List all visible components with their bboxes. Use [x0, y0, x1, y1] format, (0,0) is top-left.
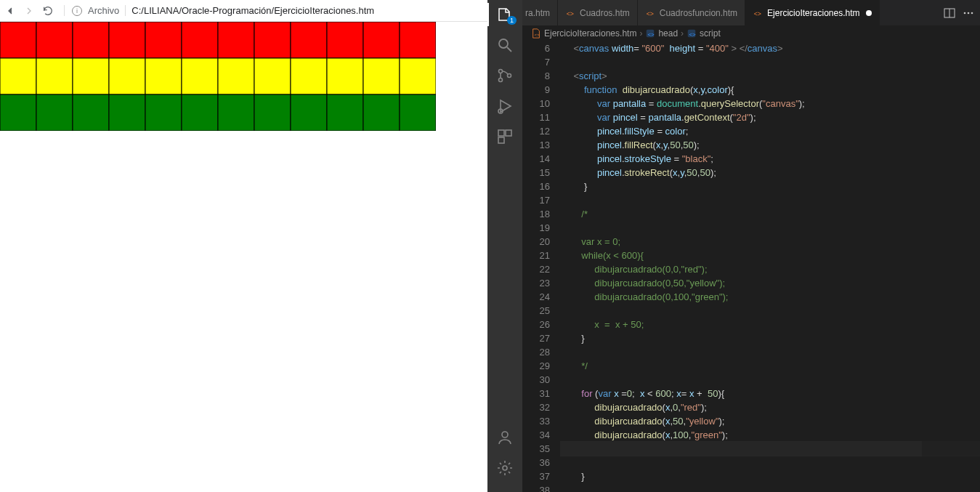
code-line[interactable] — [560, 483, 980, 492]
account-icon[interactable] — [496, 429, 514, 446]
svg-text:<>: <> — [534, 32, 540, 37]
reload-icon[interactable] — [42, 5, 54, 17]
svg-text:<>: <> — [648, 31, 655, 38]
code-line[interactable]: function dibujarcuadrado(x,y,color){ — [560, 83, 980, 97]
source-control-icon[interactable] — [496, 67, 514, 84]
svg-line-1 — [507, 47, 511, 52]
tab-label: EjercicioIteraciones.htm — [767, 8, 859, 18]
breadcrumb-script: script — [700, 28, 721, 39]
svg-point-10 — [503, 466, 507, 470]
vscode-window: 1 ra.htm<>Cuadros.htm<>Cuadrosf — [487, 0, 980, 492]
extensions-icon[interactable] — [496, 128, 514, 145]
code-line[interactable]: var pantalla = document.querySelector("c… — [560, 97, 980, 110]
code-line[interactable]: var x = 0; — [560, 235, 980, 249]
file-icon: <> — [531, 28, 541, 39]
tab-cuadros-htm[interactable]: <>Cuadros.htm — [558, 0, 638, 25]
browser-viewport — [0, 22, 487, 492]
code-line[interactable] — [560, 193, 980, 207]
forward-icon[interactable] — [23, 5, 35, 17]
tab-ra-htm[interactable]: ra.htm — [522, 0, 558, 25]
svg-point-3 — [499, 78, 503, 82]
symbol-icon: <> — [687, 28, 697, 39]
code-line[interactable] — [560, 456, 980, 469]
tab-actions — [938, 0, 980, 25]
vscode-main: 1 ra.htm<>Cuadros.htm<>Cuadrosf — [487, 0, 980, 492]
code-line[interactable]: x = x + 50; — [560, 318, 980, 331]
breadcrumb[interactable]: <> EjercicioIteraciones.htm › <> head › … — [522, 25, 980, 41]
minimap[interactable] — [922, 41, 980, 492]
more-actions-icon[interactable] — [963, 7, 974, 19]
output-canvas — [0, 22, 436, 131]
code-line[interactable]: <script> — [560, 69, 980, 83]
code-line[interactable]: */ — [560, 359, 980, 373]
back-icon[interactable] — [4, 5, 16, 17]
code-line[interactable]: for (var x =0; x < 600; x= x + 50){ — [560, 387, 980, 400]
svg-point-18 — [971, 12, 973, 14]
dirty-indicator-icon — [866, 10, 872, 16]
code-line[interactable] — [560, 345, 980, 359]
line-gutter: 6789101112131415161718192021222324252627… — [522, 41, 560, 492]
code-content[interactable]: <canvas width= "600" height = "400" > </… — [560, 41, 980, 492]
svg-point-17 — [968, 12, 970, 14]
code-line[interactable]: <canvas width= "600" height = "400" > </… — [560, 41, 980, 55]
code-line[interactable]: dibujarcuadrado(x,0,"red"); — [560, 400, 980, 414]
code-line[interactable] — [560, 304, 980, 318]
svg-text:<>: <> — [754, 9, 761, 17]
browser-panel: i Archivo C:/LILIANA/Oracle-Programación… — [0, 0, 487, 492]
code-line[interactable] — [560, 373, 980, 387]
code-line[interactable]: } — [560, 469, 980, 483]
svg-point-0 — [499, 39, 508, 48]
run-debug-icon[interactable] — [496, 97, 514, 115]
browser-toolbar: i Archivo C:/LILIANA/Oracle-Programación… — [0, 0, 487, 22]
code-line[interactable]: dibujarcuadrado(0,0,"red"); — [560, 262, 980, 276]
activity-bar: 1 — [487, 0, 522, 492]
code-line[interactable]: pincel.strokeStyle = "black"; — [560, 152, 980, 166]
symbol-icon: <> — [645, 28, 655, 39]
settings-icon[interactable] — [496, 459, 514, 477]
svg-point-4 — [508, 74, 511, 78]
tab-label: ra.htm — [525, 8, 550, 18]
code-line[interactable]: var pincel = pantalla.getContext("2d"); — [560, 110, 980, 124]
tab-cuadrosfuncion-htm[interactable]: <>Cuadrosfuncion.htm — [638, 0, 745, 25]
svg-point-2 — [499, 70, 503, 73]
info-icon[interactable]: i — [72, 6, 82, 16]
url-scheme-label: Archivo — [88, 5, 126, 16]
explorer-badge: 1 — [507, 16, 517, 25]
tab-ejercicioiteraciones-htm[interactable]: <>EjercicioIteraciones.htm — [745, 0, 879, 25]
code-line[interactable]: } — [560, 331, 980, 345]
code-line[interactable]: pincel.fillStyle = color; — [560, 124, 980, 138]
svg-text:<>: <> — [567, 9, 574, 17]
code-line[interactable]: /* — [560, 207, 980, 221]
file-icon: <> — [565, 8, 575, 18]
code-line[interactable]: dibujarcuadrado(x,100,"green"); — [560, 428, 980, 442]
tab-label: Cuadrosfuncion.htm — [660, 8, 737, 18]
code-line[interactable]: } — [560, 180, 980, 193]
explorer-icon[interactable]: 1 — [496, 6, 514, 23]
code-line[interactable]: while(x < 600){ — [560, 249, 980, 262]
search-icon[interactable] — [496, 36, 514, 54]
file-icon: <> — [753, 8, 763, 18]
split-editor-icon[interactable] — [944, 7, 955, 19]
svg-point-16 — [964, 12, 966, 14]
breadcrumb-file: EjercicioIteraciones.htm — [544, 28, 636, 39]
url-path: C:/LILIANA/Oracle-Programación/Ejercicio… — [131, 5, 374, 16]
chevron-right-icon: › — [681, 28, 684, 39]
code-line[interactable]: pincel.strokeRect(x,y,50,50); — [560, 166, 980, 180]
code-line[interactable] — [560, 221, 980, 235]
svg-rect-8 — [498, 137, 504, 143]
file-icon: <> — [645, 8, 655, 18]
svg-point-9 — [502, 432, 508, 437]
code-line[interactable]: pincel.fillRect(x,y,50,50); — [560, 138, 980, 152]
code-line[interactable] — [560, 442, 980, 456]
code-line[interactable]: dibujarcuadrado(x,50,"yellow"); — [560, 414, 980, 428]
breadcrumb-head: head — [658, 28, 678, 39]
code-line[interactable]: dibujarcuadrado(0,50,"yellow"); — [560, 276, 980, 290]
code-line[interactable] — [560, 55, 980, 69]
code-line[interactable]: dibujarcuadrado(0,100,"green"); — [560, 290, 980, 304]
chevron-right-icon: › — [639, 28, 642, 39]
tab-label: Cuadros.htm — [580, 8, 630, 18]
svg-text:<>: <> — [646, 9, 653, 17]
code-editor[interactable]: 6789101112131415161718192021222324252627… — [522, 41, 980, 492]
address-bar[interactable]: i Archivo C:/LILIANA/Oracle-Programación… — [64, 5, 483, 16]
svg-rect-6 — [498, 130, 504, 136]
